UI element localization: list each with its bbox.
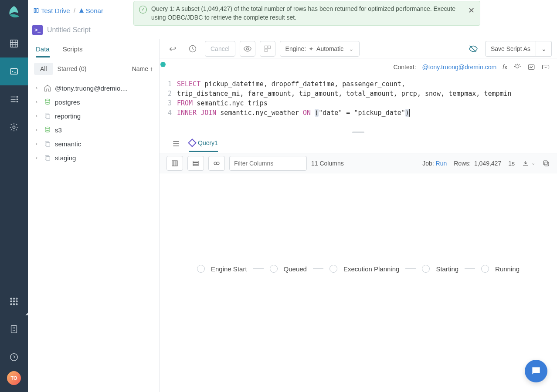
job-label: Job:	[422, 160, 434, 167]
results-tabs: Query1	[160, 134, 557, 153]
banner-close-icon[interactable]: ✕	[468, 7, 475, 14]
svg-rect-32	[543, 65, 549, 69]
engine-selector[interactable]: Engine: ✦ Automatic ⌄	[280, 41, 360, 57]
tab-data[interactable]: Data	[36, 45, 50, 57]
nav-org-icon[interactable]	[0, 315, 28, 343]
chevron-right-icon: ›	[36, 113, 40, 119]
stage-circle	[481, 265, 489, 273]
execution-pipeline: Engine Start Queued Execution Planning S…	[160, 265, 557, 273]
svg-point-14	[16, 304, 17, 305]
svg-point-20	[45, 127, 50, 128]
chevron-down-icon: ⌄	[541, 45, 547, 52]
tree-node-reporting[interactable]: ›reporting	[31, 109, 156, 123]
svg-point-11	[16, 301, 17, 302]
svg-point-12	[10, 304, 12, 305]
notification-banner: ✓ Query 1: A subset (1,049,427) of the t…	[133, 1, 480, 26]
stage-circle	[329, 265, 337, 273]
stage-circle	[270, 265, 278, 273]
filter-all[interactable]: All	[34, 63, 53, 75]
nav-datasets-icon[interactable]	[0, 30, 28, 57]
context-value[interactable]: @tony.truong@dremio.com	[422, 64, 497, 71]
nav-jobs-icon[interactable]	[0, 85, 28, 113]
tab-query1[interactable]: Query1	[189, 139, 218, 152]
script-icon: >_	[32, 25, 43, 35]
history-button[interactable]	[185, 41, 200, 57]
columns-view-icon[interactable]	[166, 156, 183, 171]
svg-rect-24	[46, 156, 50, 160]
link-view-icon[interactable]	[208, 156, 225, 171]
keyboard-icon[interactable]	[541, 63, 550, 71]
preview-button[interactable]	[240, 41, 255, 57]
svg-rect-0	[10, 40, 18, 47]
cancel-button[interactable]: Cancel	[205, 41, 235, 57]
hide-panel-icon[interactable]	[465, 41, 481, 57]
stage-running: Running	[495, 265, 520, 273]
rows-label: Rows:	[454, 160, 471, 167]
svg-point-16	[10, 354, 18, 361]
tab-scripts[interactable]: Scripts	[63, 45, 83, 57]
data-sidebar: Data Scripts All Starred (0) Name↑ ›@ton…	[28, 39, 160, 392]
resize-handle[interactable]	[160, 131, 557, 134]
svg-point-40	[217, 162, 219, 165]
tree-node-semantic[interactable]: ›semantic	[31, 137, 156, 151]
svg-point-2	[17, 97, 17, 98]
context-bar: Context: @tony.truong@dremio.com fx	[160, 58, 557, 76]
editor-toolbar: ↩ Cancel Engine: ✦ Automatic ⌄ Save Scri…	[160, 39, 557, 58]
status-dot	[160, 62, 166, 67]
chevron-right-icon: ›	[36, 99, 40, 105]
chevron-down-icon: ⌄	[531, 160, 535, 166]
chevron-right-icon: ›	[36, 155, 40, 161]
rows-view-icon[interactable]	[187, 156, 204, 171]
stage-circle	[197, 265, 205, 273]
chat-fab[interactable]	[525, 360, 547, 382]
nav-settings-icon[interactable]	[0, 113, 28, 141]
lightbulb-icon[interactable]	[513, 63, 521, 71]
chevron-right-icon: ›	[36, 141, 40, 147]
tree-node-s3[interactable]: ›s3	[31, 123, 156, 137]
image-icon[interactable]	[527, 63, 535, 71]
explain-button[interactable]	[260, 41, 275, 57]
list-icon[interactable]	[172, 139, 180, 148]
elapsed-time: 1s	[508, 160, 515, 167]
svg-point-8	[16, 298, 17, 299]
diamond-icon	[188, 139, 197, 147]
folder-icon	[44, 140, 51, 148]
arrow-up-icon: ↑	[150, 65, 153, 72]
breadcrumb-home[interactable]: Test Drive	[33, 7, 70, 14]
svg-point-5	[13, 126, 15, 128]
svg-point-39	[214, 162, 217, 165]
copy-icon[interactable]	[542, 159, 550, 167]
user-avatar[interactable]: TO	[7, 371, 21, 385]
sparkle-icon: ✦	[309, 45, 314, 52]
download-button[interactable]: ⌄	[522, 159, 535, 167]
chevron-down-icon: ⌄	[349, 45, 354, 52]
folder-icon	[44, 112, 51, 120]
breadcrumb-sonar[interactable]: Sonar	[79, 7, 103, 14]
breadcrumb-separator: /	[74, 7, 75, 14]
sort-name[interactable]: Name↑	[132, 65, 153, 72]
back-button[interactable]: ↩	[165, 41, 180, 57]
database-icon	[44, 98, 51, 106]
nav-sql-icon[interactable]	[0, 57, 28, 85]
svg-point-9	[10, 301, 12, 302]
job-status[interactable]: Run	[436, 160, 447, 167]
save-script-dropdown[interactable]: ⌄	[536, 41, 552, 57]
tree-node-home[interactable]: ›@tony.truong@dremio....	[31, 81, 156, 95]
filter-starred[interactable]: Starred (0)	[58, 65, 87, 72]
folder-icon	[44, 154, 51, 162]
svg-rect-28	[268, 46, 270, 48]
svg-point-17	[45, 99, 50, 101]
svg-point-7	[14, 298, 15, 299]
function-icon[interactable]: fx	[503, 64, 507, 71]
banner-text: Query 1: A subset (1,049,427) of the tot…	[151, 5, 455, 21]
tree-node-postgres[interactable]: ›postgres	[31, 95, 156, 109]
tree-node-staging[interactable]: ›staging	[31, 151, 156, 165]
save-script-button[interactable]: Save Script As	[485, 41, 536, 57]
script-title[interactable]: Untitled Script	[47, 26, 91, 34]
sql-editor[interactable]: 1SELECT pickup_datetime, dropoff_datetim…	[160, 76, 557, 131]
filter-columns-input[interactable]	[229, 156, 307, 171]
svg-rect-38	[193, 164, 198, 166]
nav-apps-icon[interactable]	[0, 287, 28, 315]
results-body: Engine Start Queued Execution Planning S…	[160, 173, 557, 392]
nav-help-icon[interactable]	[0, 343, 28, 371]
